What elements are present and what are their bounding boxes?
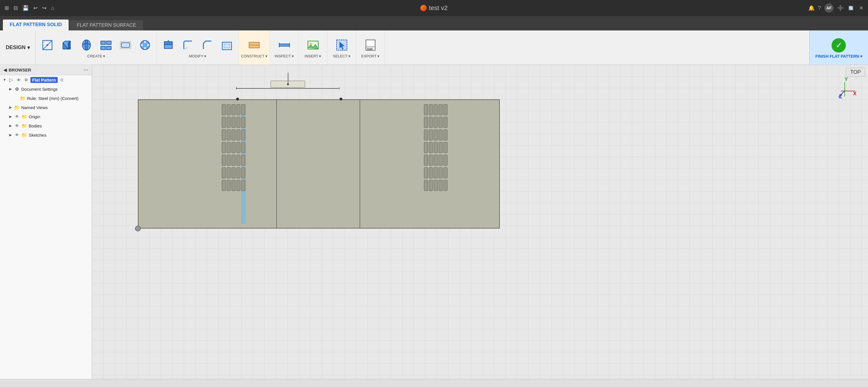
tree-item-origin[interactable]: ▶ 👁 📁 Origin [0, 112, 92, 121]
sketch-button[interactable] [38, 37, 57, 54]
svg-point-7 [85, 40, 88, 50]
title-center: test v2 [421, 4, 448, 12]
app-menu-icon[interactable]: ⊞ [3, 4, 10, 12]
fold-line-right [360, 100, 360, 228]
tab-flat-pattern-surface[interactable]: FLAT PATTERN SURFACE [70, 20, 143, 30]
window-title: test v2 [429, 4, 448, 12]
svg-marker-5 [68, 41, 70, 49]
slot-col-r4 [439, 104, 443, 224]
notification-icon[interactable]: 🔔 [808, 5, 814, 11]
sidebar-settings-icon[interactable]: ⋯ [84, 67, 88, 73]
design-dropdown-button[interactable]: DESIGN ▾ [0, 30, 36, 65]
slot-col-5 [241, 104, 246, 224]
slot [241, 180, 245, 191]
modify-tools-row [159, 37, 236, 54]
create-group-label: CREATE ▾ [87, 54, 105, 58]
tree-item-bodies[interactable]: ▶ 👁 📁 Bodies [0, 121, 92, 130]
bodies-eye-icon: 👁 [14, 123, 20, 129]
press-pull-button[interactable] [159, 37, 178, 54]
flat-pattern-gear-icon: ⚙ [23, 77, 29, 83]
browser-label: ◀ BROWSER [3, 67, 31, 73]
user-avatar[interactable]: AF [824, 3, 834, 13]
flat-pattern-shape [138, 99, 500, 228]
tree-arrow-sketches: ▶ [8, 133, 13, 137]
slot [439, 104, 443, 115]
dxf-export-button[interactable]: DXF [361, 37, 380, 54]
create-solid-button[interactable] [58, 37, 76, 54]
origin-eye-icon: 👁 [14, 114, 20, 120]
tree-arrow-doc-settings: ▶ [8, 87, 13, 91]
slot [227, 117, 230, 128]
svg-rect-9 [106, 41, 111, 44]
slot [434, 104, 438, 115]
redo-icon[interactable]: ↪ [41, 4, 48, 12]
measure-button[interactable] [275, 37, 293, 54]
help-icon[interactable]: ? [818, 5, 821, 11]
move-button[interactable] [136, 37, 154, 54]
shell-button[interactable] [218, 37, 236, 54]
fillet-icon [181, 38, 195, 52]
collapse-panel-icon[interactable]: ◀ [3, 67, 7, 73]
slot [227, 155, 230, 166]
slot [241, 104, 245, 115]
select-tools-row [333, 37, 351, 54]
design-chevron-icon: ▾ [27, 44, 30, 51]
finish-flat-pattern-button[interactable]: ✓ FINISH FLAT PATTERN ▾ [809, 30, 868, 65]
minimize-button[interactable]: ➕ [837, 5, 844, 11]
revolve-button[interactable] [77, 37, 96, 54]
app-logo [421, 5, 427, 11]
tree-item-flat-pattern[interactable]: ▼ ▷ 👁 ⚙ Flat Pattern ⊙ [0, 75, 92, 85]
slot [443, 155, 447, 166]
svg-rect-13 [122, 43, 129, 47]
close-button[interactable]: ✕ [858, 5, 865, 11]
maximize-button[interactable]: 🔄 [847, 5, 854, 11]
slot [237, 129, 240, 140]
insert-image-button[interactable] [304, 37, 322, 54]
bodies-folder-icon: 📁 [21, 123, 28, 129]
unroll-button[interactable] [116, 37, 135, 54]
svg-text:DXF: DXF [367, 47, 373, 51]
tree-item-rule[interactable]: 📁 Rule: Steel (mm) (Convert) [0, 94, 92, 103]
rectangle-button[interactable] [97, 37, 115, 54]
viewport[interactable]: TOP Y X Z [92, 65, 868, 387]
sketches-label: Sketches [29, 133, 46, 137]
select-tool-button[interactable] [333, 37, 351, 54]
insert-group: INSERT ▾ [299, 30, 328, 65]
check-circle-icon: ✓ [832, 38, 846, 53]
svg-rect-11 [106, 46, 111, 50]
slot [429, 180, 433, 191]
slot [443, 129, 447, 140]
slot [231, 142, 236, 153]
slot [434, 129, 438, 140]
undo-icon[interactable]: ↩ [32, 4, 39, 12]
home-icon[interactable]: ⌂ [50, 4, 56, 12]
slot [429, 117, 433, 128]
slot [231, 167, 236, 178]
x-axis-label: X [853, 91, 857, 97]
tree-item-sketches[interactable]: ▶ 👁 📁 Sketches [0, 130, 92, 139]
slot-col-3 [231, 104, 236, 224]
slot [222, 180, 226, 191]
flat-pattern-label: Flat Pattern [30, 77, 58, 83]
slot [424, 180, 428, 191]
corner-handle[interactable] [135, 226, 141, 231]
tree-item-document-settings[interactable]: ▶ ⚙ Document Settings [0, 85, 92, 94]
slot-col-r5 [443, 104, 447, 224]
midplane-button[interactable] [245, 37, 264, 54]
slot-col-1 [222, 104, 226, 224]
tab-flat-pattern-solid[interactable]: FLAT PATTERN SOLID [3, 20, 69, 30]
modify-group-label: MODIFY ▾ [189, 54, 207, 58]
fillet-button[interactable] [179, 37, 197, 54]
slot [439, 117, 443, 128]
chamfer-button[interactable] [198, 37, 217, 54]
move-icon [138, 38, 152, 52]
sidebar: ◀ BROWSER ⋯ ▼ ▷ 👁 ⚙ Flat Pattern ⊙ ▶ ⚙ D… [0, 65, 92, 387]
titlebar-left-icons: ⊞ ⊟ 💾 ↩ ↪ ⌂ [3, 4, 56, 12]
tree-item-named-views[interactable]: ▶ 📁 Named Views [0, 103, 92, 112]
select-group: SELECT ▾ [328, 30, 356, 65]
slot [424, 117, 428, 128]
inspect-tools-row [275, 37, 293, 54]
select-tool-icon [335, 38, 349, 52]
save-icon[interactable]: 💾 [21, 4, 30, 12]
grid-icon[interactable]: ⊟ [12, 4, 19, 12]
